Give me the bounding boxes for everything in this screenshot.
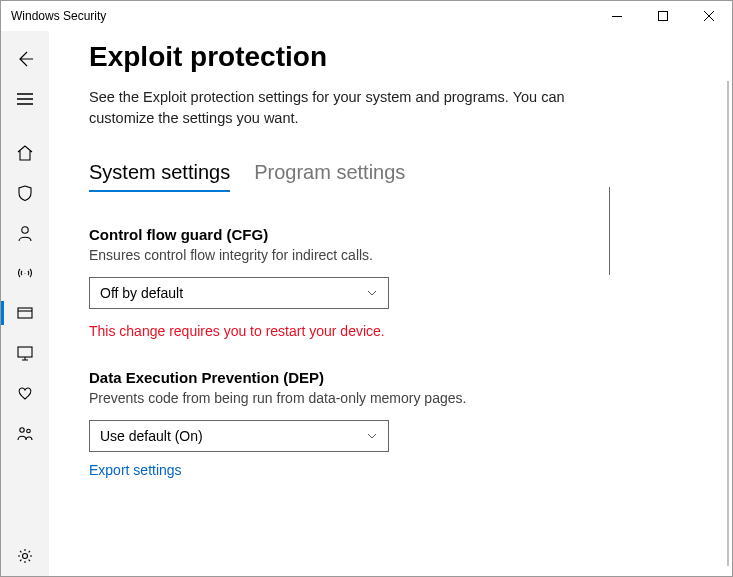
back-button[interactable] xyxy=(1,39,49,79)
sidebar-item-account[interactable] xyxy=(1,213,49,253)
setting-dep-title: Data Execution Prevention (DEP) xyxy=(89,369,692,386)
home-icon xyxy=(16,144,34,162)
back-arrow-icon xyxy=(16,50,34,68)
sidebar-item-device-performance[interactable] xyxy=(1,373,49,413)
setting-cfg: Control flow guard (CFG) Ensures control… xyxy=(89,226,692,339)
sidebar-item-virus[interactable] xyxy=(1,173,49,213)
svg-rect-3 xyxy=(18,308,32,318)
setting-cfg-dropdown[interactable]: Off by default xyxy=(89,277,389,309)
svg-rect-4 xyxy=(18,347,32,357)
scrollbar[interactable] xyxy=(727,81,729,566)
page-title: Exploit protection xyxy=(89,41,692,73)
tab-system-settings[interactable]: System settings xyxy=(89,161,230,192)
window-controls xyxy=(594,1,732,31)
setting-dep: Data Execution Prevention (DEP) Prevents… xyxy=(89,369,692,479)
page-description: See the Exploit protection settings for … xyxy=(89,87,609,129)
sidebar-item-family[interactable] xyxy=(1,413,49,453)
svg-point-6 xyxy=(27,429,31,433)
content-area: Exploit protection See the Exploit prote… xyxy=(49,31,732,576)
family-icon xyxy=(16,424,34,442)
gear-icon xyxy=(16,547,34,565)
tab-program-settings[interactable]: Program settings xyxy=(254,161,405,192)
device-icon xyxy=(16,344,34,362)
sidebar-item-device-security[interactable] xyxy=(1,333,49,373)
sidebar-item-home[interactable] xyxy=(1,133,49,173)
sidebar-item-settings[interactable] xyxy=(1,536,49,576)
setting-dep-dropdown[interactable]: Use default (On) xyxy=(89,420,389,452)
hamburger-icon xyxy=(17,93,33,105)
svg-rect-0 xyxy=(612,16,622,17)
setting-cfg-warning: This change requires you to restart your… xyxy=(89,323,692,339)
window-title: Windows Security xyxy=(11,9,594,23)
setting-dep-value: Use default (On) xyxy=(100,428,203,444)
setting-dep-desc: Prevents code from being run from data-o… xyxy=(89,390,692,406)
chevron-down-icon xyxy=(366,287,378,299)
menu-button[interactable] xyxy=(1,79,49,119)
svg-point-5 xyxy=(20,428,24,432)
svg-point-7 xyxy=(23,554,28,559)
vertical-divider xyxy=(609,187,610,275)
titlebar: Windows Security xyxy=(1,1,732,31)
antenna-icon xyxy=(16,264,34,282)
minimize-button[interactable] xyxy=(594,1,640,31)
app-browser-icon xyxy=(16,304,34,322)
close-button[interactable] xyxy=(686,1,732,31)
maximize-button[interactable] xyxy=(640,1,686,31)
sidebar-item-app-browser[interactable] xyxy=(1,293,49,333)
tabs: System settings Program settings xyxy=(89,161,692,192)
minimize-icon xyxy=(612,16,622,17)
svg-rect-1 xyxy=(659,12,668,21)
setting-cfg-desc: Ensures control flow integrity for indir… xyxy=(89,247,692,263)
setting-cfg-title: Control flow guard (CFG) xyxy=(89,226,692,243)
export-settings-link[interactable]: Export settings xyxy=(89,462,182,478)
sidebar-item-firewall[interactable] xyxy=(1,253,49,293)
setting-cfg-value: Off by default xyxy=(100,285,183,301)
chevron-down-icon xyxy=(366,430,378,442)
svg-point-2 xyxy=(22,227,28,233)
heart-icon xyxy=(16,384,34,402)
shield-icon xyxy=(16,184,34,202)
maximize-icon xyxy=(658,11,668,21)
close-icon xyxy=(704,11,714,21)
person-icon xyxy=(16,224,34,242)
sidebar xyxy=(1,31,49,576)
